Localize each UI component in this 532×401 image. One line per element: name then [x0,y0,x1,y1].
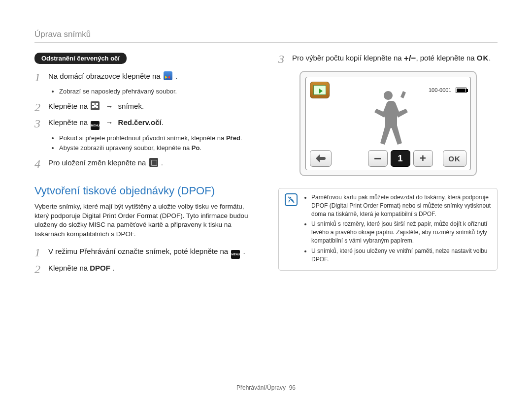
note-bullet: U snímků, které jsou uloženy ve vnitřní … [311,247,491,264]
page-title: Úprava snímků [34,30,498,43]
page-footer: Přehrávání/Úpravy 96 [0,384,532,391]
step-text: Na domácí obrazovce klepněte na [48,72,163,80]
battery-icon [456,88,466,93]
lcd-minus-button[interactable]: − [368,150,388,167]
step-text: snímek. [118,102,144,110]
info-note-box: Paměťovou kartu pak můžete odevzdat do t… [278,188,498,271]
step-text-bold: Red.červ.očí [118,118,162,126]
lcd-plus-button[interactable]: + [413,150,433,167]
step-number: 4 [34,157,48,170]
step-number: 3 [278,53,292,65]
camera-lcd-mock: 100-0001 [299,71,477,176]
lcd-album-button[interactable] [310,82,330,98]
step-text: Klepněte na [48,118,90,126]
ok-label-inline: OK [477,54,489,62]
step-text: Pro výběr počtu kopií klepněte na [292,54,404,62]
step-text: Pro uložení změn klepněte na [48,158,148,167]
step-text: . [243,247,245,255]
step-number: 2 [34,101,48,113]
note-bullet: U snímků s rozměry, které jsou širší než… [311,220,491,245]
step-number: 1 [34,71,48,83]
step-bullet: Abyste zobrazili upravený soubor, klepně… [59,144,254,153]
plus-minus-icon: +/− [404,54,416,63]
step-text: Klepněte na [48,102,90,110]
lcd-back-button[interactable] [310,150,332,167]
step-text-bold: DPOF [90,264,110,272]
lcd-file-number: 100-0001 [429,87,452,93]
step-bullet: Zobrazí se naposledy přehrávaný soubor. [59,87,254,96]
step-number: 3 [34,117,48,129]
right-column: 3 Pro výběr počtu kopií klepněte na +/−,… [278,53,498,279]
note-bullet: Paměťovou kartu pak můžete odevzdat do t… [311,193,491,218]
save-icon [149,158,158,167]
dpof-step-1: 1 V režimu Přehrávání označte snímek, po… [34,246,254,259]
step-text: . [162,118,164,126]
menu-icon: MENU [91,121,100,130]
redeye-step-4: 4 Pro uložení změn klepněte na . [34,157,254,170]
step-number: 2 [34,263,48,275]
redeye-step-3: 3 Klepněte na MENU → Red.červ.očí. [34,117,254,130]
redeye-step-2: 2 Klepněte na → snímek. [34,101,254,113]
step-text: V režimu Přehrávání označte snímek, poté… [48,247,230,255]
step-text: . [112,264,114,272]
step-text: Klepněte na [48,264,90,272]
section-paragraph: Vyberte snímky, které mají být vytištěny… [34,202,254,240]
menu-icon: MENU [231,250,240,259]
step-bullet: Pokud si přejete prohlédnout původní sní… [59,134,254,143]
subsection-pill: Odstranění červených očí [34,53,127,64]
redeye-step-1: 1 Na domácí obrazovce klepněte na . [34,71,254,83]
lcd-ok-button[interactable]: OK [443,150,466,167]
step-text: . [489,54,491,62]
section-title-dpof: Vytvoření tiskové objednávky (DPOF) [34,185,254,197]
dpof-step-3: 3 Pro výběr počtu kopií klepněte na +/−,… [278,53,498,65]
step-text: . [161,158,163,167]
info-icon [285,193,298,206]
arrow-icon: → [105,102,113,110]
step-number: 1 [34,246,48,258]
dpof-step-2: 2 Klepněte na DPOF . [34,263,254,275]
person-silhouette [359,88,418,150]
step-text: . [175,72,177,80]
lcd-copy-count: 1 [391,150,410,167]
left-column: Odstranění červených očí 1 Na domácí obr… [34,53,254,279]
play-icon [319,89,323,93]
step-text: , poté klepněte na [416,54,476,62]
thumbnail-icon [91,101,100,110]
album-icon [164,71,172,80]
arrow-icon: → [105,118,113,126]
